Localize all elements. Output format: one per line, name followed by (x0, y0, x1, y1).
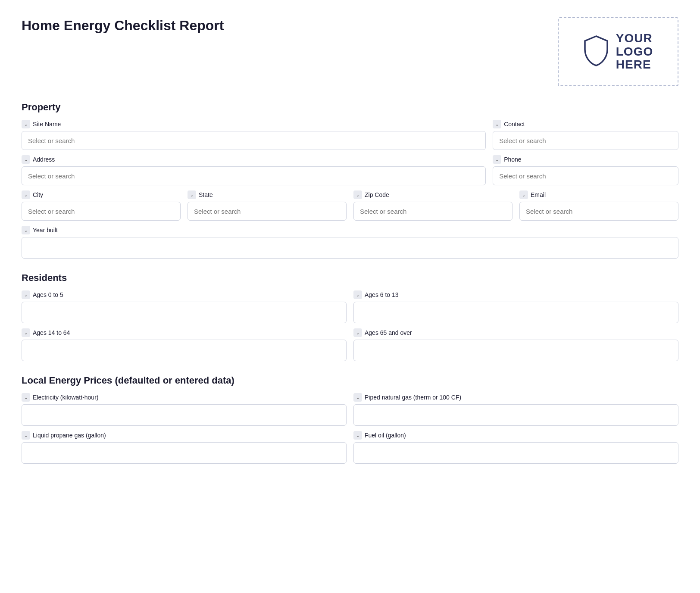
contact-input[interactable] (493, 131, 678, 150)
email-label: ⌄ Email (519, 190, 678, 199)
year-built-chevron-icon[interactable]: ⌄ (22, 226, 30, 234)
site-name-chevron-icon[interactable]: ⌄ (22, 120, 30, 128)
shield-icon (583, 35, 609, 68)
city-state-zip-email-row: ⌄ City ⌄ State ⌄ Zip Code ⌄ Email (22, 190, 678, 221)
site-name-group: ⌄ Site Name (22, 120, 486, 150)
state-input[interactable] (188, 202, 347, 221)
phone-group: ⌄ Phone (493, 155, 678, 185)
city-chevron-icon[interactable]: ⌄ (22, 190, 30, 199)
year-built-input[interactable] (22, 237, 678, 259)
contact-group: ⌄ Contact (493, 120, 678, 150)
piped-gas-chevron-icon[interactable]: ⌄ (353, 393, 362, 402)
state-group: ⌄ State (188, 190, 347, 221)
state-label: ⌄ State (188, 190, 347, 199)
email-input[interactable] (519, 202, 678, 221)
fuel-oil-chevron-icon[interactable]: ⌄ (353, 431, 362, 440)
email-chevron-icon[interactable]: ⌄ (519, 190, 528, 199)
residents-section-title: Residents (22, 272, 678, 284)
ages-14-64-label: ⌄ Ages 14 to 64 (22, 328, 347, 337)
address-group: ⌄ Address (22, 155, 486, 185)
city-group: ⌄ City (22, 190, 181, 221)
electricity-chevron-icon[interactable]: ⌄ (22, 393, 30, 402)
propane-chevron-icon[interactable]: ⌄ (22, 431, 30, 440)
contact-chevron-icon[interactable]: ⌄ (493, 120, 501, 128)
zip-group: ⌄ Zip Code (353, 190, 512, 221)
ages-row-2: ⌄ Ages 14 to 64 ⌄ Ages 65 and over (22, 328, 678, 361)
piped-gas-group: ⌄ Piped natural gas (therm or 100 CF) (353, 393, 678, 426)
electricity-label: ⌄ Electricity (kilowatt-hour) (22, 393, 347, 402)
ages-6-13-chevron-icon[interactable]: ⌄ (353, 290, 362, 299)
ages-65-input[interactable] (353, 340, 678, 361)
energy-row-1: ⌄ Electricity (kilowatt-hour) ⌄ Piped na… (22, 393, 678, 426)
electricity-input[interactable] (22, 404, 347, 426)
ages-0-5-group: ⌄ Ages 0 to 5 (22, 290, 347, 323)
energy-row-2: ⌄ Liquid propane gas (gallon) ⌄ Fuel oil… (22, 431, 678, 464)
phone-chevron-icon[interactable]: ⌄ (493, 155, 501, 164)
logo-placeholder: YOUR LOGO HERE (558, 17, 678, 86)
ages-6-13-group: ⌄ Ages 6 to 13 (353, 290, 678, 323)
logo-text: YOUR LOGO HERE (616, 32, 653, 72)
ages-6-13-label: ⌄ Ages 6 to 13 (353, 290, 678, 299)
ages-65-chevron-icon[interactable]: ⌄ (353, 328, 362, 337)
energy-prices-section: Local Energy Prices (defaulted or entere… (22, 375, 678, 464)
ages-14-64-chevron-icon[interactable]: ⌄ (22, 328, 30, 337)
fuel-oil-group: ⌄ Fuel oil (gallon) (353, 431, 678, 464)
fuel-oil-input[interactable] (353, 442, 678, 464)
address-phone-row: ⌄ Address ⌄ Phone (22, 155, 678, 185)
site-name-input[interactable] (22, 131, 486, 150)
property-section-title: Property (22, 102, 678, 113)
ages-0-5-input[interactable] (22, 302, 347, 323)
year-built-label: ⌄ Year built (22, 226, 678, 234)
city-label: ⌄ City (22, 190, 181, 199)
ages-65-group: ⌄ Ages 65 and over (353, 328, 678, 361)
site-name-label: ⌄ Site Name (22, 120, 486, 128)
ages-14-64-input[interactable] (22, 340, 347, 361)
ages-0-5-chevron-icon[interactable]: ⌄ (22, 290, 30, 299)
zip-label: ⌄ Zip Code (353, 190, 512, 199)
propane-input[interactable] (22, 442, 347, 464)
year-built-group: ⌄ Year built (22, 226, 678, 259)
fuel-oil-label: ⌄ Fuel oil (gallon) (353, 431, 678, 440)
energy-prices-section-title: Local Energy Prices (defaulted or entere… (22, 375, 678, 386)
address-label: ⌄ Address (22, 155, 486, 164)
phone-input[interactable] (493, 166, 678, 185)
ages-65-label: ⌄ Ages 65 and over (353, 328, 678, 337)
piped-gas-input[interactable] (353, 404, 678, 426)
ages-0-5-label: ⌄ Ages 0 to 5 (22, 290, 347, 299)
propane-label: ⌄ Liquid propane gas (gallon) (22, 431, 347, 440)
propane-group: ⌄ Liquid propane gas (gallon) (22, 431, 347, 464)
ages-14-64-group: ⌄ Ages 14 to 64 (22, 328, 347, 361)
page-title: Home Energy Checklist Report (22, 17, 224, 34)
address-input[interactable] (22, 166, 486, 185)
contact-label: ⌄ Contact (493, 120, 678, 128)
property-section: Property ⌄ Site Name ⌄ Contact ⌄ Address (22, 102, 678, 259)
zip-chevron-icon[interactable]: ⌄ (353, 190, 362, 199)
ages-6-13-input[interactable] (353, 302, 678, 323)
page-header: Home Energy Checklist Report YOUR LOGO H… (22, 17, 678, 86)
state-chevron-icon[interactable]: ⌄ (188, 190, 196, 199)
address-chevron-icon[interactable]: ⌄ (22, 155, 30, 164)
email-group: ⌄ Email (519, 190, 678, 221)
piped-gas-label: ⌄ Piped natural gas (therm or 100 CF) (353, 393, 678, 402)
zip-input[interactable] (353, 202, 512, 221)
site-contact-row: ⌄ Site Name ⌄ Contact (22, 120, 678, 150)
electricity-group: ⌄ Electricity (kilowatt-hour) (22, 393, 347, 426)
ages-row-1: ⌄ Ages 0 to 5 ⌄ Ages 6 to 13 (22, 290, 678, 323)
residents-section: Residents ⌄ Ages 0 to 5 ⌄ Ages 6 to 13 ⌄… (22, 272, 678, 361)
city-input[interactable] (22, 202, 181, 221)
phone-label: ⌄ Phone (493, 155, 678, 164)
